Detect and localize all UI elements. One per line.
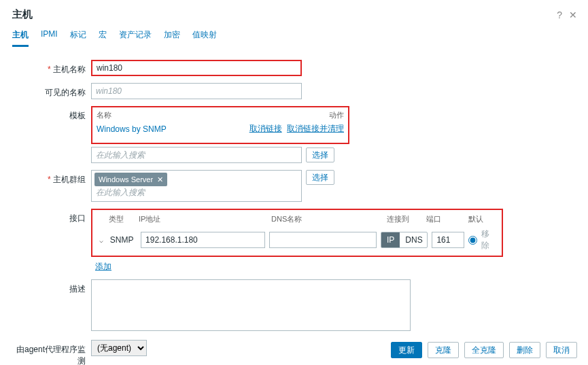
tab-bar: 主机 IPMI 标记 宏 资产记录 加密 值映射 [11, 27, 577, 48]
tab-valuemaps[interactable]: 值映射 [192, 29, 217, 47]
label-templates: 模板 [11, 106, 91, 122]
tab-host[interactable]: 主机 [12, 29, 29, 47]
templates-col-name: 名称 [97, 110, 329, 120]
templates-select-button[interactable]: 选择 [306, 147, 334, 162]
templates-search-input[interactable] [91, 147, 302, 163]
template-unlink-clear-link[interactable]: 取消链接并清理 [287, 124, 344, 133]
interface-remove-link[interactable]: 移除 [481, 228, 498, 251]
if-col-default: 默认 [463, 214, 490, 224]
tab-ipmi[interactable]: IPMI [41, 29, 58, 47]
connectto-dns[interactable]: DNS [400, 232, 428, 247]
interface-add-link[interactable]: 添加 [95, 262, 111, 271]
if-col-type: 类型 [109, 214, 139, 224]
delete-button[interactable]: 删除 [509, 342, 540, 358]
description-textarea[interactable] [91, 279, 411, 331]
tab-tags[interactable]: 标记 [70, 29, 86, 47]
update-button[interactable]: 更新 [391, 342, 422, 358]
interface-row: ⌵ SNMP IP DNS 移除 [97, 228, 498, 251]
visible-name-input[interactable] [91, 83, 302, 99]
cancel-button[interactable]: 取消 [546, 342, 577, 358]
template-unlink-link[interactable]: 取消链接 [249, 124, 282, 133]
help-icon[interactable]: ? [557, 10, 562, 20]
host-group-chip-label: Windows Server [99, 175, 153, 184]
interface-connectto-toggle[interactable]: IP DNS [381, 232, 428, 248]
close-icon[interactable]: ✕ [569, 10, 577, 20]
interface-type: SNMP [110, 235, 137, 245]
interface-ip-input[interactable] [141, 232, 265, 248]
footer-buttons: 更新 克隆 全克隆 删除 取消 [391, 342, 577, 358]
full-clone-button[interactable]: 全克隆 [464, 342, 504, 358]
tab-inventory[interactable]: 资产记录 [119, 29, 152, 47]
label-hostname: 主机名称 [11, 60, 91, 75]
if-col-port: 端口 [426, 214, 463, 224]
tab-macros[interactable]: 宏 [99, 29, 107, 47]
dialog-header: 主机 ? ✕ [11, 5, 577, 27]
interfaces-box: 类型 IP地址 DNS名称 连接到 端口 默认 ⌵ SNMP IP DNS 移除 [91, 209, 503, 257]
host-groups-select-button[interactable]: 选择 [306, 170, 334, 185]
if-col-connect: 连接到 [384, 214, 426, 224]
label-visible-name: 可见的名称 [11, 83, 91, 99]
host-groups-multiselect[interactable]: Windows Server ✕ [91, 170, 302, 202]
proxy-select[interactable]: (无agent) [91, 340, 147, 356]
host-group-chip: Windows Server ✕ [94, 173, 167, 186]
label-host-groups: 主机群组 [11, 170, 91, 186]
template-row: Windows by SNMP 取消链接 取消链接并清理 [97, 122, 344, 139]
label-interfaces: 接口 [11, 209, 91, 224]
interface-default-radio[interactable] [468, 236, 477, 245]
if-col-dns: DNS名称 [271, 214, 384, 224]
dialog-title: 主机 [12, 8, 33, 21]
if-col-ip: IP地址 [139, 214, 271, 224]
interface-dns-input[interactable] [269, 232, 377, 248]
connectto-ip[interactable]: IP [381, 232, 400, 247]
label-proxy: 由agent代理程序监测 [11, 340, 91, 365]
host-group-chip-remove-icon[interactable]: ✕ [157, 175, 163, 184]
hostname-input[interactable] [91, 60, 302, 76]
interface-port-input[interactable] [432, 232, 464, 248]
template-name-link[interactable]: Windows by SNMP [97, 124, 167, 134]
chevron-down-icon[interactable]: ⌵ [97, 237, 106, 244]
host-groups-search-input[interactable] [94, 186, 298, 198]
templates-col-action: 动作 [329, 110, 344, 120]
clone-button[interactable]: 克隆 [428, 342, 459, 358]
tab-encryption[interactable]: 加密 [164, 29, 180, 47]
label-description: 描述 [11, 279, 91, 295]
